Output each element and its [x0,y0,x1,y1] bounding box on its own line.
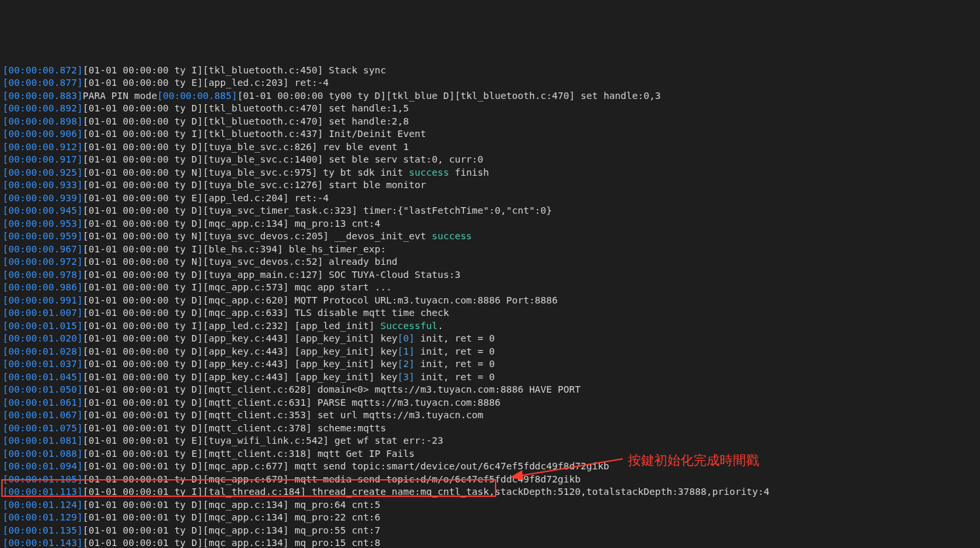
log-line: [00:00:00.953][01-01 00:00:00 ty D][mqc_… [3,218,977,231]
log-line: [00:00:01.081][01-01 00:00:01 ty E][tuya… [3,435,977,448]
log-line: [00:00:01.015][01-01 00:00:00 ty I][app_… [3,320,977,333]
log-line: [00:00:01.061][01-01 00:00:01 ty D][mqtt… [3,397,977,410]
log-line: [00:00:01.135][01-01 00:00:01 ty D][mqc_… [3,524,977,538]
log-line: [00:00:01.050][01-01 00:00:01 ty D][mqtt… [3,383,977,397]
log-line: [00:00:00.872][01-01 00:00:00 ty I][tkl_… [3,64,977,77]
log-line: [00:00:00.898][01-01 00:00:00 ty D][tkl_… [3,115,977,128]
log-line: [00:00:01.037][01-01 00:00:00 ty D][app_… [3,358,977,371]
log-line: [00:00:01.020][01-01 00:00:00 ty D][app_… [3,332,977,345]
log-line: [00:00:01.067][01-01 00:00:01 ty D][mqtt… [3,409,977,422]
log-line: [00:00:00.978][01-01 00:00:00 ty D][tuya… [3,269,977,282]
log-line: [00:00:00.991][01-01 00:00:00 ty D][mqc_… [3,294,977,307]
log-line: [00:00:01.088][01-01 00:00:01 ty E][mqtt… [3,448,977,461]
log-line: [00:00:00.906][01-01 00:00:00 ty I][tkl_… [3,128,977,141]
log-line: [00:00:00.933][01-01 00:00:00 ty D][tuya… [3,179,977,192]
log-line: [00:00:01.075][01-01 00:00:01 ty D][mqtt… [3,422,977,435]
log-line: [00:00:01.143][01-01 00:00:01 ty D][mqc_… [3,537,977,548]
log-line: [00:00:00.912][01-01 00:00:00 ty D][tuya… [3,141,977,154]
log-line: [00:00:00.967][01-01 00:00:00 ty I][ble_… [3,243,977,256]
log-line: [00:00:00.972][01-01 00:00:00 ty N][tuya… [3,256,977,269]
log-line: [00:00:00.945][01-01 00:00:00 ty D][tuya… [3,205,977,218]
log-line: [00:00:00.877][01-01 00:00:00 ty E][app_… [3,77,977,90]
log-line: [00:00:01.129][01-01 00:00:01 ty D][mqc_… [3,511,977,524]
log-line: [00:00:01.113][01-01 00:00:01 ty I][tal_… [3,486,977,499]
log-line: [00:00:00.883]PARA PIN mode[00:00:00.885… [3,90,977,103]
log-line: [00:00:00.917][01-01 00:00:00 ty D][tuya… [3,153,977,166]
log-line: [00:00:01.124][01-01 00:00:01 ty D][mqc_… [3,499,977,512]
log-line: [00:00:00.925][01-01 00:00:00 ty N][tuya… [3,166,977,180]
log-line: [00:00:00.939][01-01 00:00:00 ty E][app_… [3,192,977,205]
log-line: [00:00:01.007][01-01 00:00:00 ty D][mqc_… [3,307,977,320]
log-line: [00:00:01.105][01-01 00:00:01 ty D][mqc_… [3,473,977,486]
log-line: [00:00:00.986][01-01 00:00:00 ty I][mqc_… [3,281,977,294]
log-line: [00:00:01.028][01-01 00:00:00 ty D][app_… [3,345,977,359]
log-line: [00:00:00.959][01-01 00:00:00 ty N][tuya… [3,230,977,243]
log-line: [00:00:00.892][01-01 00:00:00 ty D][tkl_… [3,102,977,115]
log-line: [00:00:01.094][01-01 00:00:01 ty D][mqc_… [3,460,977,473]
terminal-log: [00:00:00.872][01-01 00:00:00 ty I][tkl_… [0,64,980,549]
log-line: [00:00:01.045][01-01 00:00:00 ty D][app_… [3,371,977,384]
